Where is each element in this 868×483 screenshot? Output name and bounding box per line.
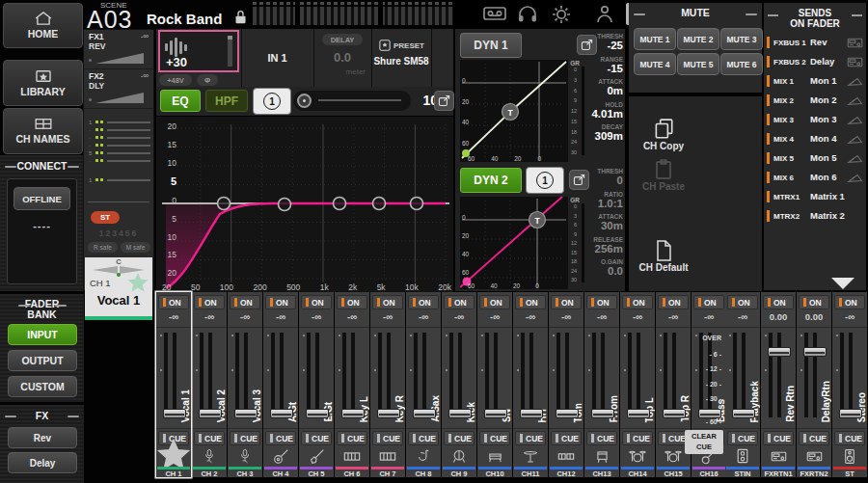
selected-channel-overview[interactable]: FX1 REV -∞ FX2 DLY -∞ 1 <box>83 29 154 291</box>
fader-handle[interactable] <box>663 409 686 418</box>
channel-icon-box[interactable] <box>406 446 441 466</box>
mute-button[interactable]: MUTE 3 <box>720 28 763 50</box>
master-on-button[interactable]: ON <box>834 295 865 309</box>
fader-handle[interactable] <box>698 409 721 418</box>
fader-handle[interactable] <box>199 409 222 418</box>
channel-name-plate[interactable]: C CH 1 Vocal 1 <box>85 257 152 317</box>
channel-strip[interactable]: ON -∞ Key L CUE CH 6 <box>335 292 369 477</box>
user-icon[interactable] <box>596 4 613 23</box>
dyn1-graph[interactable]: T 0204060 6040200 <box>460 60 568 162</box>
home-button[interactable]: HOME <box>3 3 83 48</box>
overview-fx1-send[interactable]: FX1 REV -∞ <box>84 30 153 69</box>
channel-strip[interactable]: ON -∞ Vocal 3 CUE CH 3 <box>228 292 262 477</box>
channel-strip[interactable]: ON -∞ A.Gt CUE CH 4 <box>263 292 298 477</box>
send-on-fader-row[interactable]: MIX 4 Mon 4 <box>766 131 864 148</box>
recorder-icon[interactable] <box>482 4 507 23</box>
send-on-fader-row[interactable]: MIX 1 Mon 1 <box>766 73 864 91</box>
fader-handle[interactable] <box>732 409 755 418</box>
channel-strip[interactable]: ON -∞ HH CUE CH11 <box>513 292 548 477</box>
channel-cue-button[interactable]: CUE <box>444 431 475 445</box>
channel-icon-box[interactable] <box>620 446 655 466</box>
master-cue-button[interactable]: CUE <box>834 431 865 445</box>
overview-fx2-send[interactable]: FX2 DLY -∞ <box>84 69 153 109</box>
channel-icon-box[interactable] <box>513 446 548 466</box>
fader-handle[interactable] <box>163 409 186 418</box>
eq-expand-button[interactable] <box>434 91 454 111</box>
hpf-frequency-slider[interactable] <box>293 91 411 111</box>
master-on-button[interactable]: ON <box>763 295 794 309</box>
send-on-fader-row[interactable]: MIX 5 Mon 5 <box>766 150 864 168</box>
phase-button[interactable]: Φ <box>197 74 218 86</box>
phantom-48v-button[interactable]: +48V <box>159 74 192 86</box>
ch-paste-button[interactable]: CH Paste <box>629 158 698 192</box>
fader-handle[interactable] <box>270 409 293 418</box>
fader-handle[interactable] <box>341 409 365 418</box>
channel-on-button[interactable]: ON <box>372 295 403 309</box>
dyn1-button[interactable]: DYN 1 <box>460 33 522 58</box>
channel-cue-button[interactable]: CUE <box>301 431 332 445</box>
channel-icon-box[interactable] <box>192 446 227 466</box>
fader-handle[interactable] <box>234 409 258 418</box>
bank-input-button[interactable]: INPUT <box>8 324 77 345</box>
library-button[interactable]: LIBRARY <box>3 60 83 106</box>
eq-graph[interactable]: 201510505101520 20501002005001k2k5k10k20… <box>156 116 453 292</box>
master-cue-button[interactable]: CUE <box>799 431 829 445</box>
channel-on-button[interactable]: ON <box>194 295 225 309</box>
channel-strip[interactable]: ON -∞ Top L CUE CH14 <box>620 292 655 477</box>
channel-strip[interactable]: ON -∞ Vocal 1 CUE CH 1 <box>156 292 191 477</box>
master-strip[interactable]: ON 0.00 Rev Rtn CUE FXRTN1 <box>761 292 796 477</box>
send-on-fader-row[interactable]: FXBUS 1 Rev <box>766 35 864 52</box>
channel-cue-button[interactable]: CUE <box>194 431 225 445</box>
send-on-fader-row[interactable]: MTRX1 Matrix 1 <box>766 189 864 206</box>
channel-strip[interactable]: ON -∞ E.Gt CUE CH 5 <box>299 292 334 477</box>
dyn2-graph[interactable]: T 0204060 6040200 <box>460 197 568 289</box>
channel-icon-box[interactable] <box>442 446 476 466</box>
channel-on-button[interactable]: ON <box>479 295 510 309</box>
hpf-toggle-button[interactable]: HPF <box>205 90 248 112</box>
send-on-fader-row[interactable]: MIX 6 Mon 6 <box>766 170 864 187</box>
channel-strip[interactable]: ON -∞ Key R CUE CH 7 <box>370 292 405 477</box>
channel-icon-box[interactable] <box>263 446 298 466</box>
analog-gain-box[interactable]: +30 <box>158 30 239 72</box>
channel-icon-box[interactable] <box>370 446 405 466</box>
mute-button[interactable]: MUTE 1 <box>634 28 676 50</box>
mute-button[interactable]: MUTE 6 <box>720 53 763 75</box>
channel-icon-box[interactable] <box>584 446 619 466</box>
channel-cue-button[interactable]: CUE <box>337 431 367 445</box>
clear-cue-button[interactable]: CLEAR CUE <box>685 430 723 454</box>
channel-icon-box[interactable] <box>477 446 512 466</box>
channel-cue-button[interactable]: CUE <box>622 431 653 445</box>
channel-cue-button[interactable]: CUE <box>230 431 260 445</box>
channel-on-button[interactable]: ON <box>693 295 724 309</box>
connect-status-button[interactable]: OFFLINE <box>14 187 70 210</box>
channel-on-button[interactable]: ON <box>265 295 296 309</box>
channel-on-button[interactable]: ON <box>230 295 260 309</box>
ch-names-button[interactable]: CH NAMES <box>3 108 83 154</box>
master-cue-button[interactable]: CUE <box>727 431 758 445</box>
channel-on-button[interactable]: ON <box>408 295 439 309</box>
dyn2-knob-button[interactable]: 1 <box>526 167 564 194</box>
channel-icon-box[interactable] <box>549 446 583 466</box>
channel-cue-button[interactable]: CUE <box>551 431 582 445</box>
mute-button[interactable]: MUTE 5 <box>677 53 719 75</box>
ch-copy-button[interactable]: CH Copy <box>629 118 698 151</box>
ch-default-button[interactable]: CH Default <box>629 239 698 273</box>
fader-handle[interactable] <box>448 409 472 418</box>
master-strip[interactable]: ON -∞ Playback CUE STIN <box>725 292 760 477</box>
master-on-button[interactable]: ON <box>727 295 758 309</box>
delay-cell[interactable]: DELAY 0.0 meter <box>313 29 371 87</box>
master-strip[interactable]: ON 0.00 DelayRtn CUE FXRTN2 <box>797 292 831 477</box>
channel-strip[interactable]: ON -∞ Kick CUE CH 9 <box>442 292 476 477</box>
master-icon-box[interactable] <box>797 446 831 466</box>
mute-button[interactable]: MUTE 2 <box>677 28 719 50</box>
fader-handle[interactable] <box>413 409 436 418</box>
master-icon-box[interactable] <box>725 446 760 466</box>
fx-delay-button[interactable]: Delay <box>8 452 77 473</box>
fader-handle[interactable] <box>591 409 614 418</box>
channel-icon-box[interactable] <box>335 446 369 466</box>
channel-icon-box[interactable] <box>299 446 334 466</box>
st-assign-badge[interactable]: ST <box>91 211 120 224</box>
fader-handle[interactable] <box>484 409 507 418</box>
channel-cue-button[interactable]: CUE <box>479 431 510 445</box>
dyn2-button[interactable]: DYN 2 <box>460 168 522 193</box>
